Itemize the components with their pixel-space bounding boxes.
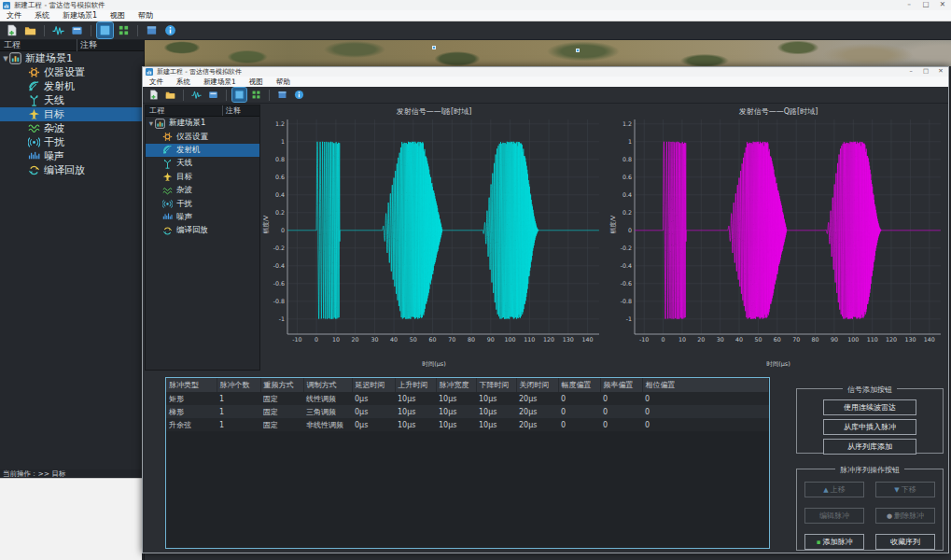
tree-item-天线[interactable]: 天线 <box>146 157 259 170</box>
button-删除脉冲[interactable]: ●删除脉冲 <box>875 508 935 524</box>
minimize-button[interactable]: – <box>903 67 918 77</box>
table-cell: 0 <box>642 392 769 405</box>
menu-item-视图[interactable]: 视图 <box>243 77 270 87</box>
toolbar-button-open-folder-icon[interactable] <box>22 22 38 38</box>
open-folder-icon <box>24 24 36 36</box>
toolbar-button-panel-icon[interactable] <box>144 22 160 38</box>
toolbar-button-info-icon[interactable] <box>162 22 178 38</box>
tree-item-噪声[interactable]: 噪声 <box>0 149 144 163</box>
toolbar-button-view-toggle-icon[interactable] <box>232 88 246 102</box>
svg-text:70: 70 <box>448 336 455 343</box>
tree-item-仪器设置[interactable]: 仪器设置 <box>146 130 259 143</box>
button-添加脉冲[interactable]: ▪添加脉冲 <box>804 534 864 550</box>
menu-item-视图[interactable]: 视图 <box>104 10 132 21</box>
button-从库中插入脉冲[interactable]: 从库中插入脉冲 <box>823 419 916 435</box>
toolbar-separator <box>44 25 45 36</box>
button-编辑脉冲[interactable]: 编辑脉冲 <box>804 508 864 524</box>
button-收藏序列[interactable]: 收藏序列 <box>875 534 935 550</box>
svg-text:-0.8: -0.8 <box>273 298 285 304</box>
svg-text:-1: -1 <box>626 315 632 322</box>
toolbar-button-open-folder-icon[interactable] <box>163 88 177 102</box>
table-row-梯形[interactable]: 梯形1固定三角调频0µs10µs10µs10µs20µs000 <box>166 405 769 418</box>
menu-item-文件[interactable]: 文件 <box>0 10 28 21</box>
svg-text:90: 90 <box>487 336 495 343</box>
menu-item-帮助[interactable]: 帮助 <box>132 10 160 21</box>
svg-text:0: 0 <box>628 227 632 233</box>
expander-icon[interactable]: ▾ <box>147 119 155 128</box>
menu-item-系统[interactable]: 系统 <box>28 10 56 21</box>
svg-text:0.8: 0.8 <box>275 156 285 162</box>
column-header-上升时间: 上升时间 <box>395 378 436 392</box>
toolbar-button-layout-grid-icon[interactable] <box>116 22 132 38</box>
tree-item-目标[interactable]: 目标 <box>146 171 259 184</box>
maximize-button[interactable]: □ <box>917 0 934 10</box>
tree-item-天线[interactable]: 天线 <box>0 93 144 107</box>
satellite-map-view[interactable] <box>145 40 951 66</box>
tree-item-label: 编译回放 <box>176 225 208 236</box>
tree-item-仪器设置[interactable]: 仪器设置 <box>0 65 144 79</box>
svg-text:90: 90 <box>831 336 838 343</box>
tree-item-噪声[interactable]: 噪声 <box>146 211 259 224</box>
toolbar-button-new-file-icon[interactable] <box>4 22 20 38</box>
open-folder-icon <box>165 90 175 100</box>
button-下移[interactable]: ▼下移 <box>875 482 935 497</box>
toolbar-button-new-file-icon[interactable] <box>147 88 161 102</box>
fg-project-tree: 工程注释▾新建场景1仪器设置发射机天线目标杂波干扰噪声编译回放 <box>146 105 259 238</box>
svg-text:70: 70 <box>792 336 800 343</box>
toolbar-button-waveform-icon[interactable] <box>189 88 203 102</box>
tree-col-note: 注释 <box>222 105 259 116</box>
maximize-button[interactable]: □ <box>918 67 933 77</box>
playback-icon <box>28 164 40 176</box>
svg-text:10: 10 <box>332 336 340 343</box>
svg-text:1.2: 1.2 <box>622 120 632 127</box>
button-上移[interactable]: ▲上移 <box>804 482 864 497</box>
tree-item-新建场景1[interactable]: ▾新建场景1 <box>0 51 144 65</box>
toolbar-button-view-toggle-icon[interactable] <box>97 22 113 38</box>
toolbar-separator <box>183 90 184 101</box>
svg-text:20: 20 <box>697 336 705 343</box>
tree-item-干扰[interactable]: 干扰 <box>146 197 259 210</box>
column-header-关闭时间: 关闭时间 <box>516 378 558 392</box>
toolbar-button-info-icon[interactable] <box>292 88 306 102</box>
toolbar-button-waveform-icon[interactable] <box>50 22 66 38</box>
pulse-ops-group: 脉冲序列操作按钮 ▲上移▼下移编辑脉冲●删除脉冲▪添加脉冲收藏序列 <box>796 469 944 551</box>
svg-text:-0.8: -0.8 <box>621 298 632 304</box>
menu-item-文件[interactable]: 文件 <box>143 77 170 87</box>
tree-item-目标[interactable]: 目标 <box>0 107 144 121</box>
button-从序列库添加[interactable]: 从序列库添加 <box>823 439 916 455</box>
table-row-矩形[interactable]: 矩形1固定线性调频0µs10µs10µs10µs20µs000 <box>166 392 769 405</box>
menu-item-新建场景1[interactable]: 新建场景1 <box>197 77 243 87</box>
tree-item-发射机[interactable]: 发射机 <box>146 144 259 157</box>
table-cell: 非线性调频 <box>303 418 352 431</box>
column-header-下降时间: 下降时间 <box>476 378 516 392</box>
button-使用连续波雷达[interactable]: 使用连续波雷达 <box>823 399 916 415</box>
tree-item-label: 干扰 <box>176 199 192 210</box>
tree-item-新建场景1[interactable]: ▾新建场景1 <box>146 117 259 130</box>
noise-icon <box>28 150 40 162</box>
tree-item-杂波[interactable]: 杂波 <box>0 121 144 135</box>
toolbar-button-layout-grid-icon[interactable] <box>249 88 263 102</box>
fg-titlebar: 新建工程 - 雷达信号模拟软件 – □ ✕ <box>143 67 948 77</box>
toolbar-button-export-device-icon[interactable] <box>206 88 220 102</box>
menu-item-系统[interactable]: 系统 <box>170 77 197 87</box>
close-button[interactable]: ✕ <box>933 67 948 77</box>
table-cell: 线性调频 <box>303 392 352 405</box>
toolbar-button-export-device-icon[interactable] <box>69 22 85 38</box>
menu-item-新建场景1[interactable]: 新建场景1 <box>56 10 104 21</box>
tree-item-发射机[interactable]: 发射机 <box>0 79 144 93</box>
tree-item-label: 噪声 <box>44 149 64 163</box>
tree-item-编译回放[interactable]: 编译回放 <box>146 224 259 237</box>
tree-item-干扰[interactable]: 干扰 <box>0 135 144 149</box>
minimize-button[interactable]: – <box>901 0 917 10</box>
toolbar-button-panel-icon[interactable] <box>275 88 289 102</box>
tree-item-编译回放[interactable]: 编译回放 <box>0 163 144 177</box>
tree-item-杂波[interactable]: 杂波 <box>146 184 259 197</box>
table-cell: 20µs <box>516 405 558 418</box>
export-device-icon <box>208 90 218 100</box>
scene-icon <box>9 52 21 64</box>
i-channel-plot: -1001020304050607080901001101201301401.2… <box>262 116 606 351</box>
menu-item-帮助[interactable]: 帮助 <box>270 77 297 87</box>
expander-icon[interactable]: ▾ <box>2 52 9 64</box>
close-button[interactable]: ✕ <box>934 0 951 10</box>
table-row-升余弦[interactable]: 升余弦1固定非线性调频0µs10µs10µs10µs20µs000 <box>166 418 769 431</box>
